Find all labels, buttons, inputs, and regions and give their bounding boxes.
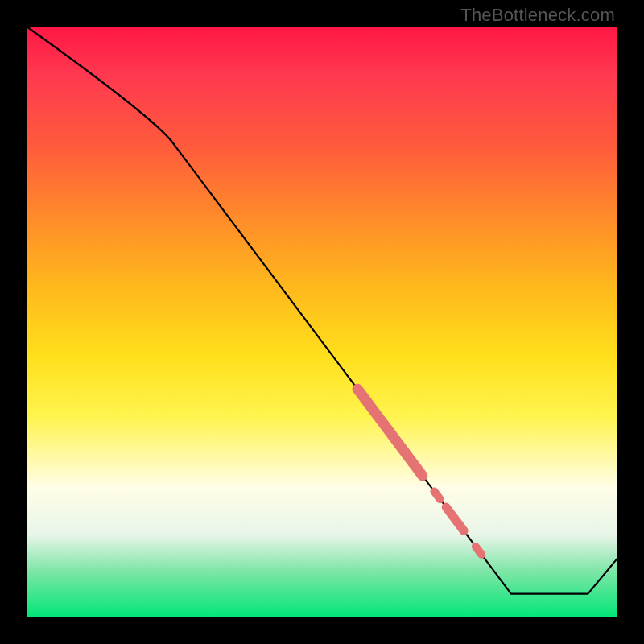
highlight-segment (434, 491, 440, 499)
curve-line (27, 27, 617, 594)
highlight-segment (446, 507, 464, 530)
attribution-text: TheBottleneck.com (460, 5, 615, 26)
chart-plot-area (27, 27, 617, 617)
curve-highlights (357, 389, 481, 555)
highlight-segment (357, 389, 423, 476)
highlight-segment (476, 547, 481, 555)
bottleneck-curve (27, 27, 617, 617)
